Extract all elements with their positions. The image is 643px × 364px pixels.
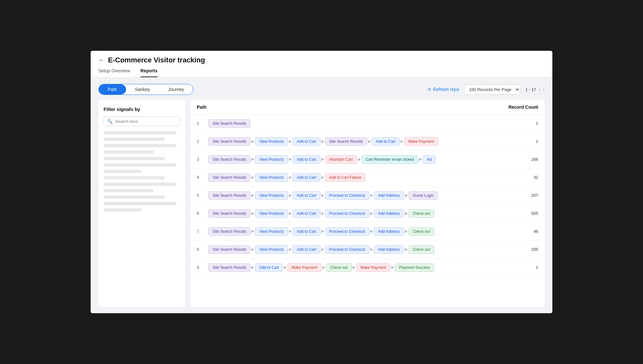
path-chip[interactable]: Site Search Results [325, 137, 367, 146]
table-row: 8Site Search Results▶View Products▶Add t… [190, 241, 545, 259]
path-chip[interactable]: Proceed to Checkout [325, 245, 369, 254]
row-count: 1 [519, 139, 538, 144]
path-arrow: ▶ [284, 265, 286, 269]
path-chip[interactable]: Proceed to Checkout [325, 191, 369, 200]
path-chip[interactable]: Site Search Results [208, 173, 250, 182]
path-arrow: ▶ [289, 193, 292, 197]
path-chip[interactable]: Proceed to Checkout [325, 227, 369, 236]
path-chip[interactable]: View Products [255, 155, 288, 164]
path-chip[interactable]: Site Search Results [208, 137, 250, 146]
path-chip[interactable]: Add Address [374, 191, 404, 200]
row-count: 166 [519, 157, 538, 162]
pagination-prev[interactable]: ‹ [539, 86, 540, 92]
seg-tab-sankey[interactable]: Sankey [126, 84, 159, 95]
path-chip[interactable]: Proceed to Checkout [325, 209, 369, 218]
search-box[interactable]: 🔍 [104, 116, 180, 126]
skeleton-11 [104, 196, 165, 199]
path-arrow: ▶ [405, 247, 408, 251]
path-chip[interactable]: Add Address [374, 209, 404, 218]
path-chip[interactable]: Abandon Cart [325, 155, 357, 164]
path-arrow: ▶ [289, 211, 292, 215]
path-chip[interactable]: Add to Cart [293, 245, 321, 254]
path-chip[interactable]: Add to Cart [293, 227, 321, 236]
table-row: 4Site Search Results▶View Products▶Add t… [190, 168, 545, 187]
path-chip[interactable]: View Products [255, 209, 288, 218]
skeleton-12 [104, 202, 176, 205]
path-arrow: ▶ [322, 211, 324, 215]
body-row: Filter signals by 🔍 [98, 100, 545, 307]
path-chip[interactable]: Payment Success [395, 263, 434, 272]
path-chip[interactable]: View Products [255, 227, 288, 236]
path-arrow: ▶ [289, 175, 292, 179]
path-chip[interactable]: Add to Cart [293, 191, 321, 200]
path-arrow: ▶ [419, 157, 422, 161]
path-chip[interactable]: Site Search Results [208, 227, 250, 236]
segment-tabs: Path Sankey Journey [98, 84, 193, 95]
path-arrow: ▶ [353, 265, 355, 269]
path-chip[interactable]: Add to Cart [293, 155, 321, 164]
refresh-button[interactable]: ↺ Refresh repo [427, 87, 459, 92]
path-chip[interactable]: Cart Reminder email clicked [362, 155, 418, 164]
path-chip[interactable]: Add to Cart Failure [325, 173, 366, 182]
path-chip[interactable]: Site Search Results [208, 119, 250, 128]
path-chips: Site Search Results▶View Products▶Add to… [208, 137, 519, 146]
path-chip[interactable]: Add to Cart [255, 263, 283, 272]
col-path-header: Path [197, 105, 206, 110]
skeleton-3 [104, 144, 176, 147]
skeleton-5 [104, 157, 165, 160]
path-arrow: ▶ [289, 157, 292, 161]
row-number: 7 [197, 229, 206, 234]
path-chip[interactable]: Check out [409, 209, 434, 218]
path-chip[interactable]: View Products [255, 245, 288, 254]
row-count: 32 [519, 175, 538, 180]
path-arrow: ▶ [251, 247, 254, 251]
path-chip[interactable]: View Products [255, 191, 288, 200]
records-per-page-select[interactable]: 100 Records Per Page 50 Records Per Page… [464, 85, 520, 95]
path-chip[interactable]: Site Search Results [208, 209, 250, 218]
path-chip[interactable]: Make Payment [404, 137, 438, 146]
row-count: 1 [519, 265, 538, 270]
path-chip[interactable]: Make Payment [356, 263, 390, 272]
path-chip[interactable]: Ad [423, 155, 436, 164]
skeleton-8 [104, 176, 165, 179]
search-input[interactable] [115, 119, 177, 124]
path-chip[interactable]: Add to Cart [293, 209, 321, 218]
path-arrow: ▶ [370, 193, 373, 197]
path-chips: Site Search Results▶View Products▶Add to… [208, 173, 519, 182]
path-chip[interactable]: Add Address [374, 245, 404, 254]
path-chip[interactable]: View Products [255, 137, 288, 146]
path-chip[interactable]: Site Search Results [208, 245, 250, 254]
path-chip[interactable]: Site Search Results [208, 155, 250, 164]
path-chips: Site Search Results▶View Products▶Add to… [208, 191, 519, 200]
tab-setup-overview[interactable]: Setup Overview [98, 68, 130, 77]
row-count: 205 [519, 247, 538, 252]
seg-tab-journey[interactable]: Journey [159, 84, 193, 95]
path-chip[interactable]: Check out [409, 245, 434, 254]
table-area: Path Record Count 1Site Search Results12… [190, 100, 545, 307]
path-chip[interactable]: Check out [409, 227, 434, 236]
seg-tab-path[interactable]: Path [99, 84, 126, 95]
pagination-next[interactable]: › [543, 86, 545, 92]
path-chip[interactable]: Make Payment [287, 263, 322, 272]
search-icon: 🔍 [107, 119, 113, 124]
path-arrow: ▶ [370, 229, 373, 233]
path-arrow: ▶ [322, 175, 324, 179]
path-chip[interactable]: Site Search Results [208, 191, 250, 200]
path-chip[interactable]: Site Search Results [208, 263, 250, 272]
path-arrow: ▶ [289, 139, 292, 143]
path-chip[interactable]: View Products [255, 173, 288, 182]
path-chip[interactable]: Add to Cart [293, 173, 321, 182]
path-arrow: ▶ [322, 193, 324, 197]
path-chip[interactable]: Add Address [374, 227, 404, 236]
back-arrow-icon[interactable]: ← [98, 57, 104, 64]
path-chip[interactable]: Add to Cart [372, 137, 400, 146]
path-chip[interactable]: Add to Cart [293, 137, 321, 146]
path-chip[interactable]: Check out [326, 263, 352, 272]
tab-reports[interactable]: Reports [140, 68, 158, 77]
table-row: 3Site Search Results▶View Products▶Add t… [190, 150, 545, 168]
path-chips: Site Search Results▶View Products▶Add to… [208, 245, 519, 254]
path-chips: Site Search Results▶Add to Cart▶Make Pay… [208, 263, 519, 272]
path-chip[interactable]: Guest Login [409, 191, 438, 200]
skeleton-2 [104, 138, 165, 141]
pagination-range: 1 - 17 [525, 87, 536, 92]
